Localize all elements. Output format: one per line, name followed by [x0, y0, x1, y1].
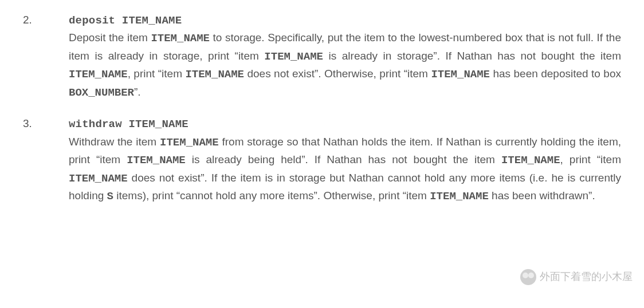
item-number: 2. — [23, 11, 69, 28]
item-content: deposit ITEM_NAME Deposit the item ITEM_… — [69, 11, 621, 101]
command-syntax: withdraw ITEM_NAME — [69, 118, 189, 131]
list-item-2: 2. deposit ITEM_NAME Deposit the item IT… — [23, 11, 621, 101]
list-item-3: 3. withdraw ITEM_NAME Withdraw the item … — [23, 115, 621, 205]
command-syntax: deposit ITEM_NAME — [69, 14, 182, 27]
item-content: withdraw ITEM_NAME Withdraw the item ITE… — [69, 115, 621, 205]
item-description: Deposit the item ITEM_NAME to storage. S… — [69, 31, 621, 97]
item-description: Withdraw the item ITEM_NAME from storage… — [69, 136, 621, 202]
item-number: 3. — [23, 115, 69, 132]
